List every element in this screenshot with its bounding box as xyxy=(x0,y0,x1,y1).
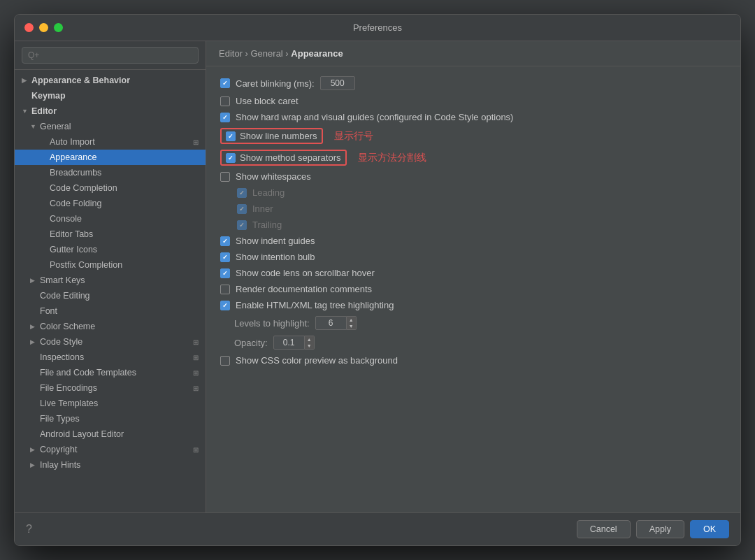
search-box xyxy=(15,41,206,70)
block-caret-checkbox[interactable] xyxy=(220,96,230,106)
sidebar-item-appearance[interactable]: Appearance xyxy=(15,150,206,165)
sidebar-item-gutter-icons[interactable]: Gutter Icons xyxy=(15,242,206,257)
sidebar-item-general[interactable]: ▼ General xyxy=(15,119,206,134)
sidebar-item-label: General xyxy=(40,122,71,131)
method-separators-checkbox[interactable] xyxy=(226,153,236,163)
dialog-title: Preferences xyxy=(353,22,402,33)
sidebar-item-label: Code Style xyxy=(40,337,82,347)
css-color-preview-row: Show CSS color preview as background xyxy=(220,355,726,366)
spacer xyxy=(30,308,37,315)
ok-button[interactable]: OK xyxy=(690,520,729,538)
inner-label: Inner xyxy=(252,203,273,214)
chevron-icon: ▶ xyxy=(30,338,37,345)
help-button[interactable]: ? xyxy=(26,523,32,536)
sidebar-item-label: Smart Keys xyxy=(40,275,85,285)
trailing-row: Trailing xyxy=(220,220,726,230)
code-lens-label: Show code lens on scrollbar hover xyxy=(236,268,375,278)
sidebar-item-label: Breadcrumbs xyxy=(50,168,101,178)
sidebar-item-color-scheme[interactable]: ▶ Color Scheme xyxy=(15,319,206,334)
sidebar-item-editor-tabs[interactable]: Editor Tabs xyxy=(15,227,206,242)
levels-spinner-buttons: ▲ ▼ xyxy=(347,316,357,330)
sidebar-item-appearance-behavior[interactable]: ▶ Appearance & Behavior xyxy=(15,73,206,88)
sidebar-item-label: Auto Import xyxy=(50,137,95,147)
sidebar-item-file-encodings[interactable]: File Encodings ⊞ xyxy=(15,380,206,396)
render-doc-checkbox[interactable] xyxy=(220,285,230,294)
spacer xyxy=(30,431,37,438)
sidebar-item-label: Gutter Icons xyxy=(50,245,97,254)
maximize-button[interactable] xyxy=(54,23,63,32)
intention-bulb-label: Show intention bulb xyxy=(236,252,315,262)
levels-label: Levels to highlight: xyxy=(234,318,310,329)
opacity-input[interactable] xyxy=(273,336,305,350)
opacity-label: Opacity: xyxy=(234,338,268,348)
sidebar-item-code-style[interactable]: ▶ Code Style ⊞ xyxy=(15,334,206,350)
sidebar-item-live-templates[interactable]: Live Templates xyxy=(15,396,206,411)
trailing-checkbox[interactable] xyxy=(237,220,247,230)
levels-input[interactable] xyxy=(315,316,347,330)
line-numbers-highlighted: Show line numbers xyxy=(220,128,323,144)
html-highlight-checkbox[interactable] xyxy=(220,301,230,310)
levels-down-button[interactable]: ▼ xyxy=(347,323,356,329)
sidebar-item-file-code-templates[interactable]: File and Code Templates ⊞ xyxy=(15,365,206,380)
sidebar-item-breadcrumbs[interactable]: Breadcrumbs xyxy=(15,165,206,180)
opacity-spinner: ▲ ▼ xyxy=(273,336,315,350)
minimize-button[interactable] xyxy=(39,23,48,32)
close-button[interactable] xyxy=(24,23,34,32)
spacer xyxy=(40,215,47,222)
opacity-down-button[interactable]: ▼ xyxy=(305,343,314,349)
preferences-dialog: Preferences ▶ Appearance & Behavior Keym… xyxy=(14,14,741,546)
spacer xyxy=(40,246,47,253)
whitespaces-checkbox[interactable] xyxy=(220,172,230,182)
sidebar-item-console[interactable]: Console xyxy=(15,211,206,227)
leading-checkbox[interactable] xyxy=(237,188,247,198)
sidebar-item-label: Color Scheme xyxy=(40,322,95,331)
sidebar-item-label: File and Code Templates xyxy=(40,368,136,378)
spacer xyxy=(40,138,47,145)
code-lens-checkbox[interactable] xyxy=(220,268,230,278)
apply-button[interactable]: Apply xyxy=(636,520,684,538)
sidebar-item-code-folding[interactable]: Code Folding xyxy=(15,196,206,211)
css-color-preview-label: Show CSS color preview as background xyxy=(236,355,398,366)
caret-blinking-checkbox[interactable] xyxy=(220,78,230,88)
spacer xyxy=(40,169,47,176)
spacer xyxy=(30,400,37,407)
sidebar-item-copyright[interactable]: ▶ Copyright ⊞ xyxy=(15,442,206,457)
css-color-preview-checkbox[interactable] xyxy=(220,356,230,366)
opacity-row: Opacity: ▲ ▼ xyxy=(220,336,726,350)
caret-blinking-input[interactable] xyxy=(320,76,355,90)
sidebar-item-file-types[interactable]: File Types xyxy=(15,411,206,426)
sidebar-item-label: Postfix Completion xyxy=(50,260,122,270)
window-controls xyxy=(24,23,63,32)
sidebar-item-keymap[interactable]: Keymap xyxy=(15,88,206,103)
line-numbers-row: Show line numbers 显示行号 xyxy=(220,128,726,144)
chevron-icon: ▶ xyxy=(22,77,29,84)
sidebar-item-inspections[interactable]: Inspections ⊞ xyxy=(15,350,206,365)
spacer xyxy=(30,292,37,299)
leading-row: Leading xyxy=(220,187,726,198)
intention-bulb-checkbox[interactable] xyxy=(220,252,230,262)
right-panel: Editor › General › Appearance Caret blin… xyxy=(206,41,740,512)
sidebar-item-editor[interactable]: ▼ Editor xyxy=(15,103,206,119)
copy-icon: ⊞ xyxy=(193,138,199,146)
render-doc-row: Render documentation comments xyxy=(220,284,726,294)
sidebar-item-smart-keys[interactable]: ▶ Smart Keys xyxy=(15,273,206,288)
sidebar-item-android-layout[interactable]: Android Layout Editor xyxy=(15,426,206,442)
levels-up-button[interactable]: ▲ xyxy=(347,317,356,323)
indent-guides-checkbox[interactable] xyxy=(220,236,230,246)
sidebar-item-code-completion[interactable]: Code Completion xyxy=(15,180,206,196)
opacity-up-button[interactable]: ▲ xyxy=(305,336,314,343)
cancel-button[interactable]: Cancel xyxy=(577,520,631,538)
chevron-icon: ▶ xyxy=(30,461,37,468)
sidebar-item-font[interactable]: Font xyxy=(15,303,206,319)
search-input[interactable] xyxy=(22,47,199,64)
sidebar: ▶ Appearance & Behavior Keymap ▼ Editor … xyxy=(15,41,206,512)
settings-area: Caret blinking (ms): Use block caret Sho… xyxy=(206,66,740,512)
sidebar-item-code-editing[interactable]: Code Editing xyxy=(15,288,206,303)
title-bar: Preferences xyxy=(15,15,740,41)
inner-checkbox[interactable] xyxy=(237,204,247,214)
sidebar-item-inlay-hints[interactable]: ▶ Inlay Hints xyxy=(15,457,206,473)
sidebar-item-auto-import[interactable]: Auto Import ⊞ xyxy=(15,134,206,150)
sidebar-item-postfix-completion[interactable]: Postfix Completion xyxy=(15,257,206,273)
hard-wrap-checkbox[interactable] xyxy=(220,113,230,122)
line-numbers-checkbox[interactable] xyxy=(226,131,236,141)
